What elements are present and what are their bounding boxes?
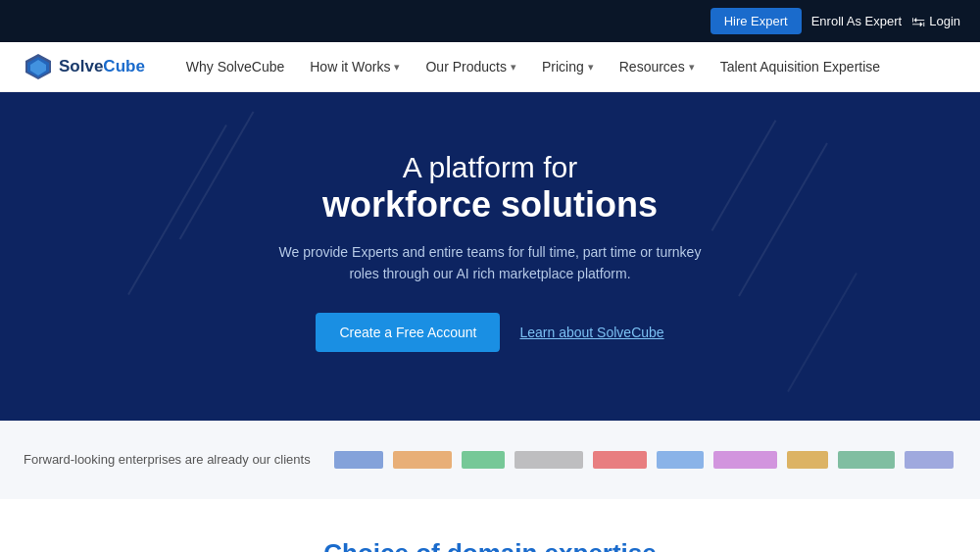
clients-logos <box>334 451 954 469</box>
hero-headline: A platform for workforce solutions <box>20 151 960 226</box>
nav-item-products[interactable]: Our Products ▾ <box>416 53 525 80</box>
client-logo-7 <box>713 451 777 469</box>
logo-link[interactable]: SolveCube <box>24 52 145 81</box>
products-dropdown-arrow: ▾ <box>511 61 516 74</box>
client-logo-1 <box>334 451 383 469</box>
login-button[interactable]: ⭾ Login <box>911 14 960 29</box>
hero-headline-top: A platform for <box>403 151 577 183</box>
hero-buttons: Create a Free Account Learn about SolveC… <box>20 313 960 352</box>
client-logo-4 <box>514 451 583 469</box>
nav-item-resources[interactable]: Resources ▾ <box>610 53 705 80</box>
enroll-expert-button[interactable]: Enroll As Expert <box>811 14 903 28</box>
domain-title: Choice of domain expertise <box>24 538 956 552</box>
how-dropdown-arrow: ▾ <box>394 61 400 74</box>
nav-item-talent[interactable]: Talent Aquisition Expertise <box>710 53 890 80</box>
hero-headline-bold: workforce solutions <box>20 184 960 226</box>
client-logo-5 <box>593 451 647 469</box>
navbar: SolveCube Why SolveCube How it Works ▾ O… <box>0 42 980 92</box>
create-account-button[interactable]: Create a Free Account <box>316 313 500 352</box>
clients-bar: Forward-looking enterprises are already … <box>0 421 980 499</box>
hire-expert-button[interactable]: Hire Expert <box>710 8 802 34</box>
nav-talent-link[interactable]: Talent Aquisition Expertise <box>710 53 890 80</box>
nav-links: Why SolveCube How it Works ▾ Our Product… <box>176 53 956 80</box>
logo-text: SolveCube <box>59 57 145 76</box>
client-logo-10 <box>905 451 954 469</box>
resources-dropdown-arrow: ▾ <box>689 61 695 74</box>
nav-resources-link[interactable]: Resources ▾ <box>610 53 705 80</box>
nav-pricing-link[interactable]: Pricing ▾ <box>532 53 604 80</box>
top-bar: Hire Expert Enroll As Expert ⭾ Login <box>0 0 980 42</box>
nav-why-link[interactable]: Why SolveCube <box>176 53 294 80</box>
hero-section: A platform for workforce solutions We pr… <box>0 92 980 421</box>
nav-products-link[interactable]: Our Products ▾ <box>416 53 525 80</box>
client-logo-8 <box>787 451 828 469</box>
login-icon: ⭾ <box>911 14 925 29</box>
login-label: Login <box>929 14 960 28</box>
client-logo-3 <box>462 451 505 469</box>
nav-item-pricing[interactable]: Pricing ▾ <box>532 53 604 80</box>
clients-text: Forward-looking enterprises are already … <box>24 450 311 470</box>
nav-item-how[interactable]: How it Works ▾ <box>300 53 410 80</box>
client-logo-2 <box>393 451 452 469</box>
logo-icon <box>24 52 53 81</box>
learn-more-button[interactable]: Learn about SolveCube <box>519 325 663 340</box>
client-logo-9 <box>838 451 895 469</box>
domain-section: Choice of domain expertise Choose your d… <box>0 499 980 552</box>
client-logo-6 <box>657 451 704 469</box>
pricing-dropdown-arrow: ▾ <box>588 61 594 74</box>
hero-subtext: We provide Experts and entire teams for … <box>274 241 706 285</box>
nav-item-why[interactable]: Why SolveCube <box>176 53 294 80</box>
nav-how-link[interactable]: How it Works ▾ <box>300 53 410 80</box>
